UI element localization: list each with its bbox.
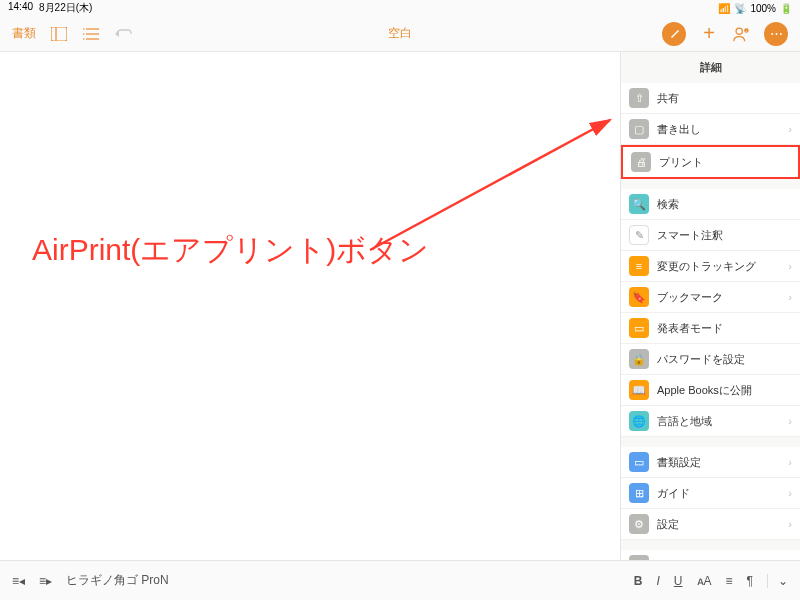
add-button[interactable]: +: [700, 25, 718, 43]
guides-icon: ⊞: [629, 483, 649, 503]
align-button[interactable]: ≡: [726, 574, 733, 588]
textsize-button[interactable]: ᴀA: [697, 574, 712, 588]
status-time: 14:40: [8, 1, 33, 15]
annotation-icon: ✎: [629, 225, 649, 245]
status-bar: 14:40 8月22日(木) 📶 📡 100% 🔋: [0, 0, 800, 16]
doc-icon: ▭: [629, 452, 649, 472]
menu-settings[interactable]: ⚙設定›: [621, 509, 800, 540]
menu-search[interactable]: 🔍検索: [621, 189, 800, 220]
menu-presenter[interactable]: ▭発表者モード: [621, 313, 800, 344]
pilcrow-button[interactable]: ¶: [747, 574, 753, 588]
collapse-button[interactable]: ⌄: [767, 574, 788, 588]
menu-language[interactable]: 🌐言語と地域›: [621, 406, 800, 437]
undo-icon[interactable]: [114, 25, 132, 43]
svg-point-6: [83, 33, 85, 35]
font-name[interactable]: ヒラギノ角ゴ ProN: [66, 572, 169, 589]
battery-icon: 🔋: [780, 3, 792, 14]
sidebar-toggle-icon[interactable]: [50, 25, 68, 43]
menu-guides[interactable]: ⊞ガイド›: [621, 478, 800, 509]
svg-point-8: [736, 28, 742, 34]
export-icon: ▢: [629, 119, 649, 139]
chevron-right-icon: ›: [788, 291, 792, 303]
gear-icon: ⚙: [629, 514, 649, 534]
menu-applebooks[interactable]: 📖Apple Booksに公開: [621, 375, 800, 406]
bold-button[interactable]: B: [634, 574, 643, 588]
svg-point-7: [83, 38, 85, 40]
menu-password[interactable]: 🔒パスワードを設定: [621, 344, 800, 375]
annotation-label: AirPrint(エアプリント)ボタン: [32, 230, 429, 271]
lock-icon: 🔒: [629, 349, 649, 369]
books-icon: 📖: [629, 380, 649, 400]
battery-pct: 100%: [750, 3, 776, 14]
wifi-icon: 📡: [734, 3, 746, 14]
doc-title: 空白: [388, 25, 412, 42]
tracking-icon: ≡: [629, 256, 649, 276]
chevron-right-icon: ›: [788, 415, 792, 427]
signal-icon: 📶: [718, 3, 730, 14]
brush-button[interactable]: [662, 22, 686, 46]
list-icon[interactable]: [82, 25, 100, 43]
italic-button[interactable]: I: [657, 574, 660, 588]
chevron-right-icon: ›: [788, 260, 792, 272]
chevron-right-icon: ›: [788, 518, 792, 530]
presenter-icon: ▭: [629, 318, 649, 338]
menu-track-changes[interactable]: ≡変更のトラッキング›: [621, 251, 800, 282]
menu-share[interactable]: ⇧共有: [621, 83, 800, 114]
search-icon: 🔍: [629, 194, 649, 214]
status-date: 8月22日(木): [39, 1, 92, 15]
chevron-right-icon: ›: [788, 487, 792, 499]
detail-panel: 詳細 ⇧共有 ▢書き出し› 🖨プリント 🔍検索 ✎スマート注釈 ≡変更のトラッキ…: [620, 52, 800, 560]
indent-right-icon[interactable]: ≡▸: [39, 574, 52, 588]
more-button[interactable]: ⋯: [764, 22, 788, 46]
chevron-right-icon: ›: [788, 123, 792, 135]
documents-button[interactable]: 書類: [12, 25, 36, 42]
chevron-right-icon: ›: [788, 456, 792, 468]
collaborate-icon[interactable]: +: [732, 25, 750, 43]
format-bar: ≡◂ ≡▸ ヒラギノ角ゴ ProN B I U ᴀA ≡ ¶ ⌄: [0, 560, 800, 600]
svg-point-5: [83, 28, 85, 30]
svg-text:+: +: [745, 29, 747, 33]
bookmark-icon: 🔖: [629, 287, 649, 307]
share-icon: ⇧: [629, 88, 649, 108]
menu-docsettings[interactable]: ▭書類設定›: [621, 447, 800, 478]
toolbar: 書類 空白 + + ⋯: [0, 16, 800, 52]
panel-title: 詳細: [621, 52, 800, 83]
menu-export[interactable]: ▢書き出し›: [621, 114, 800, 145]
menu-bookmark[interactable]: 🔖ブックマーク›: [621, 282, 800, 313]
globe-icon: 🌐: [629, 411, 649, 431]
menu-applepencil[interactable]: ✎Apple Pencil›: [621, 550, 800, 560]
underline-button[interactable]: U: [674, 574, 683, 588]
menu-print[interactable]: 🖨プリント: [621, 145, 800, 179]
menu-smart-annotation[interactable]: ✎スマート注釈: [621, 220, 800, 251]
print-icon: 🖨: [631, 152, 651, 172]
svg-rect-0: [51, 27, 67, 41]
indent-left-icon[interactable]: ≡◂: [12, 574, 25, 588]
